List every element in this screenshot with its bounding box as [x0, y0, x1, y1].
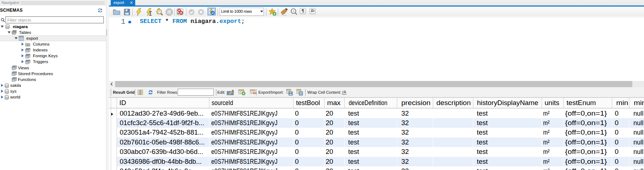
svg-text:A: A	[344, 90, 346, 94]
svg-text:A: A	[292, 9, 295, 13]
